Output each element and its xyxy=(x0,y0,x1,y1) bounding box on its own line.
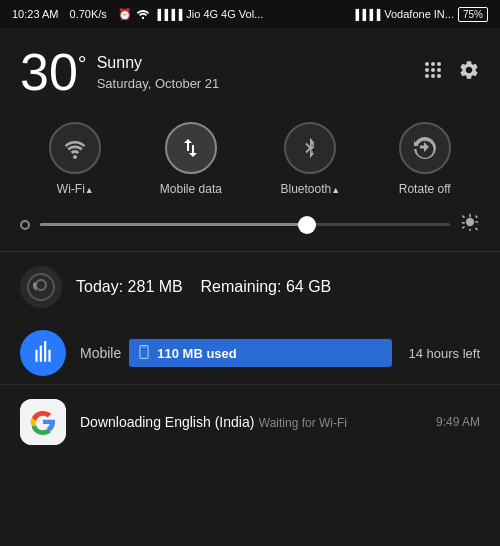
degree-symbol: ° xyxy=(78,52,87,78)
wifi-label: Wi-Fi▲ xyxy=(57,182,94,196)
svg-point-2 xyxy=(431,62,435,66)
svg-point-7 xyxy=(425,74,429,78)
svg-point-5 xyxy=(431,68,435,72)
mobile-usage-icon xyxy=(20,330,66,376)
battery-icon: 75% xyxy=(458,7,488,22)
toggle-wifi[interactable]: Wi-Fi▲ xyxy=(49,122,101,196)
time-left: 14 hours left xyxy=(408,346,480,361)
app-title: Downloading English (India) xyxy=(80,414,254,430)
weather-left: 30 ° Sunny Saturday, October 21 xyxy=(20,46,219,98)
app-notification-row[interactable]: Downloading English (India) Waiting for … xyxy=(0,384,500,459)
grid-icon[interactable] xyxy=(422,59,444,86)
operator2: Vodafone IN... xyxy=(384,8,454,20)
svg-point-6 xyxy=(437,68,441,72)
app-subtitle: Waiting for Wi-Fi xyxy=(259,416,347,430)
rotate-label: Rotate off xyxy=(399,182,451,196)
alarm-icon: ⏰ xyxy=(118,8,132,21)
quick-toggles: Wi-Fi▲ Mobile data Bluetooth▲ Rot xyxy=(0,112,500,206)
time: 10:23 AM xyxy=(12,8,58,20)
operator1: Jio 4G 4G Vol... xyxy=(186,8,263,20)
svg-point-1 xyxy=(425,62,429,66)
signal-icon: ▐▐▐▐ xyxy=(154,9,182,20)
brightness-thumb[interactable] xyxy=(298,216,316,234)
today-value: 281 MB xyxy=(128,278,183,295)
usage-amount: 110 MB used xyxy=(157,346,236,361)
bluetooth-label: Bluetooth▲ xyxy=(280,182,340,196)
today-label: Today: xyxy=(76,278,123,295)
brightness-max-icon xyxy=(460,212,480,237)
svg-point-3 xyxy=(437,62,441,66)
app-time: 9:49 AM xyxy=(436,415,480,429)
bluetooth-toggle-circle[interactable] xyxy=(284,122,336,174)
svg-point-8 xyxy=(431,74,435,78)
brightness-fill xyxy=(40,223,307,226)
phone-small-icon xyxy=(137,345,151,362)
brightness-min-icon xyxy=(20,220,30,230)
google-app-icon xyxy=(20,399,66,445)
signal-icon2: ▐▐▐▐ xyxy=(352,9,380,20)
mobile-label: Mobile xyxy=(80,345,121,361)
data-icon xyxy=(20,266,62,308)
toggle-rotate[interactable]: Rotate off xyxy=(399,122,451,196)
toggle-mobile-data[interactable]: Mobile data xyxy=(160,122,222,196)
weather-controls xyxy=(422,59,480,86)
svg-point-10 xyxy=(73,155,77,159)
svg-point-4 xyxy=(425,68,429,72)
mobile-data-toggle-circle[interactable] xyxy=(165,122,217,174)
network-speed: 0.70K/s xyxy=(70,8,107,20)
remaining-label: Remaining: xyxy=(201,278,282,295)
svg-point-9 xyxy=(437,74,441,78)
wifi-status-icon xyxy=(136,7,150,21)
mobile-info: Mobile 110 MB used 14 hours left xyxy=(80,339,480,367)
toggle-bluetooth[interactable]: Bluetooth▲ xyxy=(280,122,340,196)
status-left: 10:23 AM 0.70K/s ⏰ ▐▐▐▐ Jio 4G 4G Vol... xyxy=(12,7,263,21)
data-usage-row: Today: 281 MB Remaining: 64 GB xyxy=(0,252,500,322)
svg-rect-12 xyxy=(143,347,147,348)
mobile-data-label: Mobile data xyxy=(160,182,222,196)
brightness-row xyxy=(0,206,500,251)
weather-condition: Sunny xyxy=(97,54,220,72)
wifi-toggle-circle[interactable] xyxy=(49,122,101,174)
weather-info: Sunny Saturday, October 21 xyxy=(97,54,220,91)
status-bar: 10:23 AM 0.70K/s ⏰ ▐▐▐▐ Jio 4G 4G Vol...… xyxy=(0,0,500,28)
settings-icon[interactable] xyxy=(458,59,480,86)
temperature: 30 xyxy=(20,46,78,98)
rotate-toggle-circle[interactable] xyxy=(399,122,451,174)
status-right: ▐▐▐▐ Vodafone IN... 75% xyxy=(352,7,488,22)
svg-point-0 xyxy=(142,17,144,19)
remaining-value: 64 GB xyxy=(286,278,331,295)
brightness-track[interactable] xyxy=(40,223,450,226)
usage-bar: 110 MB used xyxy=(129,339,392,367)
mobile-usage-row: Mobile 110 MB used 14 hours left xyxy=(0,322,500,384)
data-usage-text: Today: 281 MB Remaining: 64 GB xyxy=(76,278,331,296)
app-info: Downloading English (India) Waiting for … xyxy=(80,413,422,431)
weather-row: 30 ° Sunny Saturday, October 21 xyxy=(0,28,500,112)
weather-date: Saturday, October 21 xyxy=(97,76,220,91)
